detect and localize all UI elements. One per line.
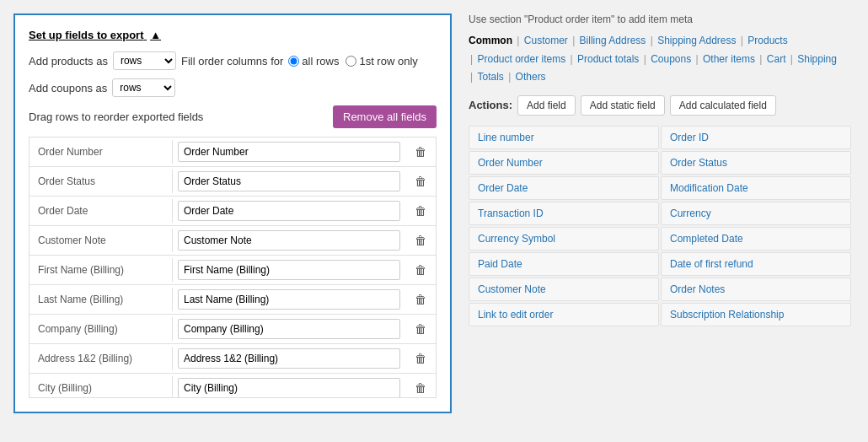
field-tag[interactable]: Modification Date (661, 176, 851, 200)
right-panel: Use section "Product order item" to add … (465, 13, 855, 413)
fill-all-rows-label: all rows (302, 55, 339, 67)
field-tag[interactable]: Order Notes (661, 278, 851, 301)
field-tag[interactable]: Paid Date (469, 252, 659, 276)
separator: | (570, 35, 578, 46)
field-label: City (Billing) (29, 376, 173, 398)
field-row: Customer Note🗑 (29, 226, 436, 256)
field-row: Address 1&2 (Billing)🗑 (29, 344, 436, 374)
field-value-input[interactable] (178, 142, 400, 162)
delete-field-button[interactable]: 🗑 (405, 234, 436, 247)
field-tag[interactable]: Transaction ID (469, 202, 659, 225)
coupons-label: Add coupons as (29, 82, 107, 94)
field-label: Order Date (29, 199, 173, 223)
category-link[interactable]: Other items (703, 53, 755, 65)
category-link[interactable]: Cart (767, 53, 786, 65)
separator: | (787, 53, 796, 65)
category-link[interactable]: Others (516, 71, 546, 83)
field-tag[interactable]: Order Number (469, 151, 659, 175)
field-label: First Name (Billing) (29, 258, 173, 282)
field-input-wrap (173, 167, 405, 196)
field-input-wrap (173, 374, 405, 398)
field-input-wrap (173, 137, 405, 166)
field-tag[interactable]: Order Status (661, 151, 851, 175)
coupons-select[interactable]: rows columns (112, 78, 175, 97)
separator: | (470, 53, 475, 65)
field-tag[interactable]: Completed Date (661, 227, 851, 251)
category-link[interactable]: Customer (524, 35, 568, 46)
coupons-row: Add coupons as rows columns (29, 78, 437, 97)
drag-title: Drag rows to reorder exported fields (29, 110, 203, 123)
fill-all-rows[interactable]: all rows (288, 55, 339, 67)
field-input-wrap (173, 315, 405, 343)
category-link[interactable]: Shipping Address (657, 35, 736, 46)
category-links: Common | Customer | Billing Address | Sh… (469, 32, 851, 87)
field-value-input[interactable] (178, 230, 400, 251)
category-link[interactable]: Coupons (651, 53, 691, 65)
category-link[interactable]: Shipping (797, 53, 837, 65)
field-label: Company (Billing) (29, 317, 173, 341)
field-value-input[interactable] (178, 289, 400, 310)
actions-row: Actions: Add fieldAdd static fieldAdd ca… (469, 95, 851, 116)
delete-field-button[interactable]: 🗑 (405, 352, 436, 365)
products-select[interactable]: rows columns (113, 51, 176, 70)
field-tag[interactable]: Subscription Relationship (661, 303, 851, 326)
field-label: Customer Note (29, 229, 173, 252)
category-active: Common (469, 35, 512, 46)
separator: | (693, 53, 701, 65)
field-value-input[interactable] (178, 348, 400, 369)
remove-all-button[interactable]: Remove all fields (333, 105, 437, 128)
field-tag[interactable]: Line number (469, 126, 659, 149)
fields-container: Order Number🗑Order Status🗑Order Date🗑Cus… (29, 137, 437, 398)
fill-1st-row[interactable]: 1st row only (346, 55, 417, 67)
action-button[interactable]: Add static field (581, 95, 665, 116)
section-title[interactable]: Set up fields to export ▲ (29, 29, 437, 41)
field-value-input[interactable] (178, 171, 400, 191)
separator: | (506, 71, 514, 83)
products-row: Add products as rows columns Fill order … (29, 51, 437, 70)
fill-1st-row-label: 1st row only (359, 55, 417, 67)
delete-field-button[interactable]: 🗑 (405, 322, 436, 336)
separator: | (470, 71, 475, 83)
field-row: Company (Billing)🗑 (29, 315, 436, 344)
action-button[interactable]: Add calculated field (670, 95, 776, 116)
field-input-wrap (173, 197, 405, 225)
field-tag[interactable]: Currency Symbol (469, 227, 659, 251)
right-note: Use section "Product order item" to add … (469, 13, 851, 25)
field-value-input[interactable] (178, 319, 400, 339)
category-link[interactable]: Totals (477, 71, 503, 83)
separator: | (640, 53, 649, 65)
fill-radio-group: all rows 1st row only (288, 55, 417, 67)
field-input-wrap (173, 256, 405, 284)
separator: | (757, 53, 765, 65)
field-tag[interactable]: Date of first refund (661, 252, 851, 276)
field-tag[interactable]: Order Date (469, 176, 659, 200)
delete-field-button[interactable]: 🗑 (405, 145, 436, 159)
products-label: Add products as (29, 55, 108, 67)
field-tag[interactable]: Order ID (661, 126, 851, 149)
field-value-input[interactable] (178, 378, 400, 398)
category-link[interactable]: Product totals (577, 53, 639, 65)
category-link[interactable]: Product order items (477, 53, 565, 65)
action-buttons: Add fieldAdd static fieldAdd calculated … (517, 95, 776, 116)
field-input-wrap (173, 344, 405, 373)
field-label: Last Name (Billing) (29, 288, 173, 311)
field-value-input[interactable] (178, 260, 400, 280)
field-tag[interactable]: Link to edit order (469, 303, 659, 326)
left-panel: Set up fields to export ▲ Add products a… (13, 13, 452, 413)
field-label: Address 1&2 (Billing) (29, 347, 173, 370)
category-link[interactable]: Billing Address (580, 35, 646, 46)
delete-field-button[interactable]: 🗑 (405, 263, 436, 277)
field-tag[interactable]: Customer Note (469, 278, 659, 301)
category-link[interactable]: Products (747, 35, 787, 46)
separator: | (647, 35, 656, 46)
fill-1st-row-radio[interactable] (346, 56, 356, 67)
delete-field-button[interactable]: 🗑 (405, 381, 436, 395)
fill-all-rows-radio[interactable] (288, 56, 299, 67)
field-value-input[interactable] (178, 201, 400, 221)
field-tag[interactable]: Currency (661, 202, 851, 225)
drag-header: Drag rows to reorder exported fields Rem… (29, 105, 437, 128)
action-button[interactable]: Add field (517, 95, 576, 116)
delete-field-button[interactable]: 🗑 (405, 293, 436, 306)
delete-field-button[interactable]: 🗑 (405, 175, 436, 188)
delete-field-button[interactable]: 🗑 (405, 204, 436, 218)
